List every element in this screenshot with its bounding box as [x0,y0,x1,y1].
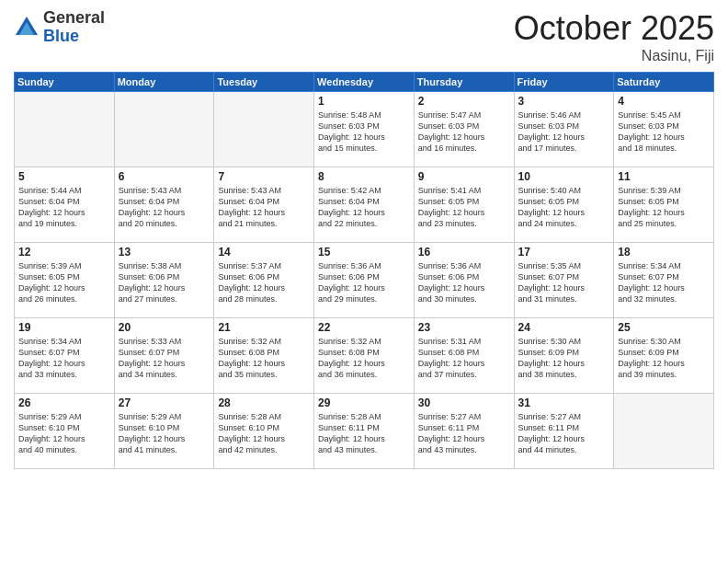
day-number: 23 [418,321,510,334]
cell-content: Sunrise: 5:39 AM Sunset: 6:05 PM Dayligh… [618,185,710,230]
logo-general: General [43,9,105,28]
day-number: 19 [18,321,110,334]
day-number: 2 [418,95,510,108]
logo-blue: Blue [43,28,105,46]
cell-content: Sunrise: 5:32 AM Sunset: 6:08 PM Dayligh… [318,336,410,381]
day-number: 29 [318,396,410,409]
col-saturday: Saturday [614,73,714,92]
logo: General Blue [14,9,105,46]
cell-content: Sunrise: 5:40 AM Sunset: 6:05 PM Dayligh… [518,185,610,230]
table-row: 8Sunrise: 5:42 AM Sunset: 6:04 PM Daylig… [314,167,415,243]
table-row: 14Sunrise: 5:37 AM Sunset: 6:06 PM Dayli… [214,243,314,318]
table-row: 21Sunrise: 5:32 AM Sunset: 6:08 PM Dayli… [214,318,314,394]
table-row: 15Sunrise: 5:36 AM Sunset: 6:06 PM Dayli… [314,243,415,318]
day-number: 15 [318,246,410,259]
day-number: 1 [318,95,410,108]
day-number: 3 [518,95,610,108]
day-number: 24 [518,321,610,334]
cell-content: Sunrise: 5:37 AM Sunset: 6:06 PM Dayligh… [218,260,310,305]
col-thursday: Thursday [414,73,514,92]
col-monday: Monday [114,73,214,92]
cell-content: Sunrise: 5:42 AM Sunset: 6:04 PM Dayligh… [318,185,410,230]
cell-content: Sunrise: 5:30 AM Sunset: 6:09 PM Dayligh… [518,336,610,381]
day-number: 7 [218,170,310,183]
cell-content: Sunrise: 5:30 AM Sunset: 6:09 PM Dayligh… [618,336,710,381]
day-number: 21 [218,321,310,334]
table-row: 5Sunrise: 5:44 AM Sunset: 6:04 PM Daylig… [15,167,115,243]
calendar-header-row: Sunday Monday Tuesday Wednesday Thursday… [15,73,714,92]
day-number: 20 [119,321,210,334]
month-title: October 2025 [514,9,714,48]
table-row: 25Sunrise: 5:30 AM Sunset: 6:09 PM Dayli… [614,318,714,394]
table-row: 22Sunrise: 5:32 AM Sunset: 6:08 PM Dayli… [314,318,415,394]
cell-content: Sunrise: 5:27 AM Sunset: 6:11 PM Dayligh… [518,411,610,456]
day-number: 16 [418,246,510,259]
day-number: 8 [318,170,410,183]
table-row: 1Sunrise: 5:48 AM Sunset: 6:03 PM Daylig… [314,92,415,167]
page: General Blue October 2025 Nasinu, Fiji S… [0,0,728,563]
col-sunday: Sunday [15,73,115,92]
day-number: 10 [518,170,610,183]
table-row: 20Sunrise: 5:33 AM Sunset: 6:07 PM Dayli… [114,318,214,394]
day-number: 9 [418,170,510,183]
cell-content: Sunrise: 5:45 AM Sunset: 6:03 PM Dayligh… [618,109,710,155]
cell-content: Sunrise: 5:32 AM Sunset: 6:08 PM Dayligh… [218,336,310,381]
table-row: 31Sunrise: 5:27 AM Sunset: 6:11 PM Dayli… [514,394,614,469]
table-row: 24Sunrise: 5:30 AM Sunset: 6:09 PM Dayli… [514,318,614,394]
table-row: 12Sunrise: 5:39 AM Sunset: 6:05 PM Dayli… [15,243,115,318]
day-number: 27 [119,396,210,409]
day-number: 11 [618,170,710,183]
cell-content: Sunrise: 5:41 AM Sunset: 6:05 PM Dayligh… [418,185,510,230]
cell-content: Sunrise: 5:34 AM Sunset: 6:07 PM Dayligh… [618,260,710,305]
table-row: 10Sunrise: 5:40 AM Sunset: 6:05 PM Dayli… [514,167,614,243]
table-row: 4Sunrise: 5:45 AM Sunset: 6:03 PM Daylig… [614,92,714,167]
day-number: 6 [119,170,210,183]
day-number: 12 [18,246,110,259]
table-row: 11Sunrise: 5:39 AM Sunset: 6:05 PM Dayli… [614,167,714,243]
cell-content: Sunrise: 5:43 AM Sunset: 6:04 PM Dayligh… [119,185,210,230]
cell-content: Sunrise: 5:28 AM Sunset: 6:10 PM Dayligh… [218,411,310,456]
day-number: 30 [418,396,510,409]
table-row: 28Sunrise: 5:28 AM Sunset: 6:10 PM Dayli… [214,394,314,469]
day-number: 28 [218,396,310,409]
cell-content: Sunrise: 5:29 AM Sunset: 6:10 PM Dayligh… [119,411,210,456]
table-row [614,394,714,469]
calendar-week-2: 12Sunrise: 5:39 AM Sunset: 6:05 PM Dayli… [15,243,714,318]
title-block: October 2025 Nasinu, Fiji [514,9,714,64]
location: Nasinu, Fiji [514,48,714,64]
day-number: 31 [518,396,610,409]
table-row: 13Sunrise: 5:38 AM Sunset: 6:06 PM Dayli… [114,243,214,318]
table-row: 2Sunrise: 5:47 AM Sunset: 6:03 PM Daylig… [414,92,514,167]
table-row: 18Sunrise: 5:34 AM Sunset: 6:07 PM Dayli… [614,243,714,318]
cell-content: Sunrise: 5:34 AM Sunset: 6:07 PM Dayligh… [18,336,110,381]
table-row [15,92,115,167]
calendar: Sunday Monday Tuesday Wednesday Thursday… [14,72,714,469]
col-friday: Friday [514,73,614,92]
cell-content: Sunrise: 5:43 AM Sunset: 6:04 PM Dayligh… [218,185,310,230]
cell-content: Sunrise: 5:36 AM Sunset: 6:06 PM Dayligh… [418,260,510,305]
cell-content: Sunrise: 5:39 AM Sunset: 6:05 PM Dayligh… [18,260,110,305]
table-row: 7Sunrise: 5:43 AM Sunset: 6:04 PM Daylig… [214,167,314,243]
day-number: 18 [618,246,710,259]
table-row: 23Sunrise: 5:31 AM Sunset: 6:08 PM Dayli… [414,318,514,394]
day-number: 17 [518,246,610,259]
day-number: 25 [618,321,710,334]
cell-content: Sunrise: 5:46 AM Sunset: 6:03 PM Dayligh… [518,109,610,155]
cell-content: Sunrise: 5:27 AM Sunset: 6:11 PM Dayligh… [418,411,510,456]
calendar-week-3: 19Sunrise: 5:34 AM Sunset: 6:07 PM Dayli… [15,318,714,394]
table-row [214,92,314,167]
table-row: 29Sunrise: 5:28 AM Sunset: 6:11 PM Dayli… [314,394,415,469]
col-wednesday: Wednesday [314,73,415,92]
cell-content: Sunrise: 5:33 AM Sunset: 6:07 PM Dayligh… [119,336,210,381]
logo-icon [14,15,40,40]
calendar-week-1: 5Sunrise: 5:44 AM Sunset: 6:04 PM Daylig… [15,167,714,243]
cell-content: Sunrise: 5:47 AM Sunset: 6:03 PM Dayligh… [418,109,510,155]
table-row: 3Sunrise: 5:46 AM Sunset: 6:03 PM Daylig… [514,92,614,167]
day-number: 4 [618,95,710,108]
table-row: 19Sunrise: 5:34 AM Sunset: 6:07 PM Dayli… [15,318,115,394]
cell-content: Sunrise: 5:29 AM Sunset: 6:10 PM Dayligh… [18,411,110,456]
cell-content: Sunrise: 5:44 AM Sunset: 6:04 PM Dayligh… [18,185,110,230]
cell-content: Sunrise: 5:36 AM Sunset: 6:06 PM Dayligh… [318,260,410,305]
day-number: 26 [18,396,110,409]
day-number: 22 [318,321,410,334]
